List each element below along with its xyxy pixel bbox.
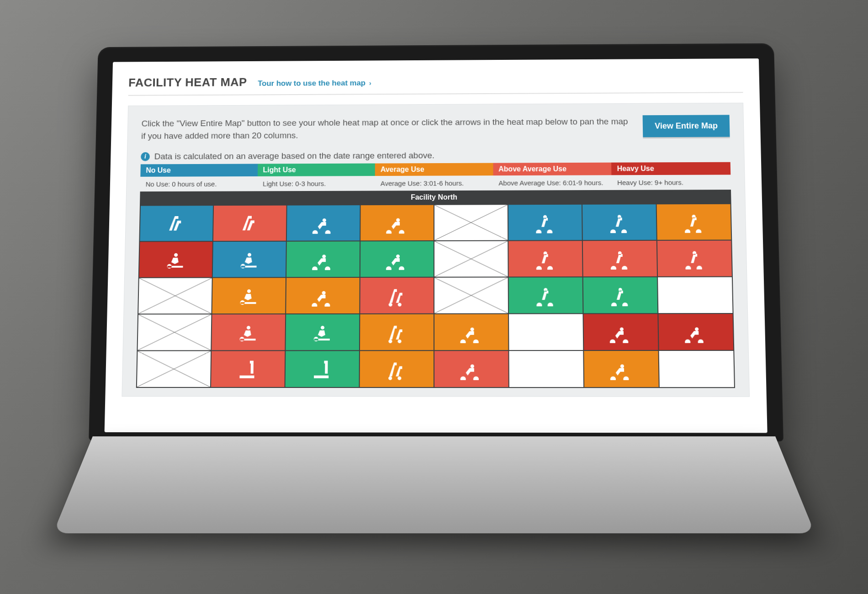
heatmap-cell[interactable]: [658, 314, 733, 350]
elliptical-icon: [386, 358, 408, 380]
rower-icon: [165, 249, 187, 270]
tour-link[interactable]: Tour how to use the heat map ›: [258, 79, 371, 88]
elliptical-icon: [386, 285, 408, 307]
map-title: Facility North: [140, 190, 731, 205]
stepper-icon: [165, 212, 187, 234]
rower-icon: [238, 285, 260, 307]
heatmap-cell[interactable]: [360, 314, 434, 350]
info-icon: i: [141, 152, 150, 161]
heatmap-cell[interactable]: [583, 241, 657, 276]
legend-above-desc: Above Average Use: 6:01-9 hours.: [493, 175, 612, 190]
treadmill-icon: [311, 358, 333, 380]
heatmap-cell[interactable]: [287, 205, 360, 241]
heatmap-cell[interactable]: [286, 278, 360, 313]
heatmap-cell[interactable]: [212, 314, 285, 350]
heatmap-cell[interactable]: [360, 205, 434, 241]
heatmap-cell[interactable]: [508, 241, 582, 276]
heatmap-cell[interactable]: [360, 351, 434, 387]
legend-light-label: Light Use: [258, 164, 375, 176]
heatmap-cell[interactable]: [509, 351, 583, 387]
heatmap-cell[interactable]: [434, 241, 508, 277]
heatmap-cell[interactable]: [286, 314, 359, 350]
heatmap-cell[interactable]: [659, 351, 734, 387]
treadmill-icon: [237, 358, 259, 380]
recumbent-icon: [610, 358, 632, 380]
recumbent-icon: [386, 212, 408, 234]
heatmap-cell[interactable]: [139, 242, 212, 277]
stepper-icon: [239, 212, 261, 234]
recumbent-icon: [386, 248, 408, 270]
recumbent-icon: [460, 321, 482, 343]
page-title: FACILITY HEAT MAP: [128, 75, 247, 90]
view-entire-map-button[interactable]: View Entire Map: [643, 115, 730, 137]
heatmap-cell[interactable]: [657, 241, 732, 276]
heatmap-panel: Click the "View Entire Map" button to se…: [122, 103, 750, 397]
heatmap-cell[interactable]: [583, 277, 658, 313]
upright-bike-icon: [609, 284, 631, 306]
upright-bike-icon: [683, 211, 705, 233]
heatmap-cell[interactable]: [583, 314, 658, 350]
heatmap-cell[interactable]: [509, 314, 583, 350]
legend-avg-desc: Average Use: 3:01-6 hours.: [375, 175, 493, 191]
heatmap-cell[interactable]: [286, 241, 360, 277]
recumbent-icon: [609, 321, 632, 343]
heatmap-cell[interactable]: [211, 351, 285, 387]
instructions-text: Click the "View Entire Map" button to se…: [141, 115, 630, 142]
legend-nouse-label: No Use: [140, 164, 258, 177]
upright-bike-icon: [535, 284, 557, 306]
legend-heavy-label: Heavy Use: [611, 162, 730, 175]
heatmap-cell[interactable]: [137, 351, 211, 387]
elliptical-icon: [386, 321, 408, 343]
heatmap-cell[interactable]: [508, 205, 582, 240]
legend-avg-label: Average Use: [375, 163, 493, 176]
recumbent-icon: [460, 358, 482, 380]
recumbent-icon: [312, 248, 334, 270]
upright-bike-icon: [683, 248, 706, 270]
legend-nouse-desc: No Use: 0 hours of use.: [140, 176, 258, 191]
heatmap-cell[interactable]: [582, 204, 656, 240]
upright-bike-icon: [534, 248, 556, 270]
heatmap-cell[interactable]: [434, 351, 508, 387]
heatmap-cell[interactable]: [434, 277, 508, 313]
chevron-right-icon: ›: [369, 80, 371, 87]
heatmap-cell[interactable]: [140, 206, 213, 241]
heatmap-cell[interactable]: [213, 242, 286, 277]
legend-light-desc: Light Use: 0-3 hours.: [257, 176, 375, 191]
heatmap-cell[interactable]: [360, 241, 434, 277]
recumbent-icon: [684, 321, 707, 343]
heatmap-cell[interactable]: [657, 204, 731, 240]
tour-link-label: Tour how to use the heat map: [258, 79, 365, 88]
rower-icon: [237, 321, 259, 343]
heatmap-cell[interactable]: [138, 314, 211, 350]
rower-icon: [238, 249, 260, 270]
heatmap-cell[interactable]: [434, 314, 508, 350]
legend: No Use No Use: 0 hours of use. Light Use…: [140, 162, 731, 191]
heatmap-cell[interactable]: [360, 278, 434, 313]
heatmap-cell[interactable]: [658, 277, 732, 313]
heatmap-cell[interactable]: [434, 205, 508, 240]
upright-bike-icon: [609, 248, 631, 270]
recumbent-icon: [312, 285, 333, 307]
heatmap-cell[interactable]: [138, 278, 212, 314]
heatmap-cell[interactable]: [286, 351, 359, 387]
upright-bike-icon: [534, 212, 556, 233]
recumbent-icon: [312, 212, 334, 234]
heatmap-grid: [136, 203, 735, 388]
heatmap-cell[interactable]: [213, 206, 286, 241]
info-text: Data is calculated on an average based o…: [154, 151, 435, 162]
heatmap-cell[interactable]: [584, 351, 658, 387]
heatmap-cell[interactable]: [509, 277, 583, 313]
heatmap-cell[interactable]: [212, 278, 286, 313]
legend-heavy-desc: Heavy Use: 9+ hours.: [612, 175, 731, 190]
rower-icon: [312, 321, 333, 343]
upright-bike-icon: [608, 211, 630, 233]
legend-above-label: Above Average Use: [493, 163, 612, 176]
